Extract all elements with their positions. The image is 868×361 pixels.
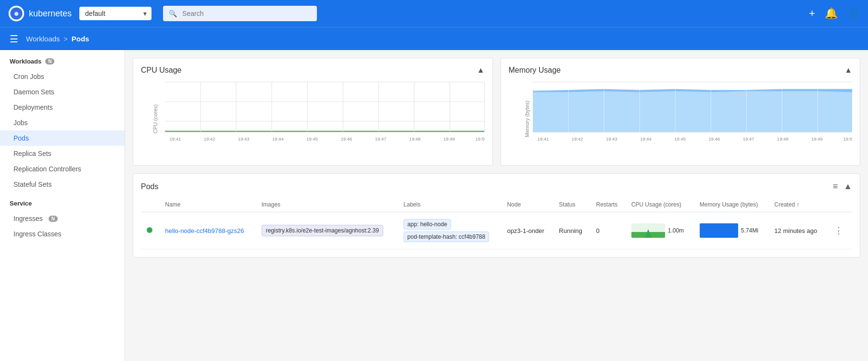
charts-row: CPU Usage ▲ CPU (cores) 0.01 bbox=[133, 58, 860, 166]
pod-node-cell: opz3-1-onder bbox=[501, 212, 553, 249]
svg-text:19:45: 19:45 bbox=[674, 136, 686, 142]
pods-title: Pods bbox=[141, 182, 833, 191]
svg-text:19:43: 19:43 bbox=[605, 136, 617, 142]
sidebar-item-ingresses[interactable]: Ingresses N bbox=[0, 211, 125, 226]
pod-labels-cell: app: hello-node pod-template-hash: ccf4b… bbox=[398, 212, 501, 249]
status-dot bbox=[147, 227, 152, 233]
col-header-status-text: Status bbox=[553, 197, 590, 212]
svg-text:19:50: 19:50 bbox=[843, 136, 852, 142]
pod-more-button[interactable]: ⋮ bbox=[832, 223, 845, 238]
memory-y-label: Memory (bytes) bbox=[524, 101, 530, 137]
pod-status-cell: Running bbox=[553, 212, 590, 249]
namespace-selector[interactable]: default bbox=[79, 7, 151, 20]
pods-header-actions: ≡ ▲ bbox=[833, 181, 852, 192]
search-input[interactable] bbox=[163, 6, 317, 21]
cpu-chart-svg: 0.01 0.005 0 19:41 19:42 19:43 19:44 19:… bbox=[165, 80, 485, 143]
search-icon: 🔍 bbox=[169, 10, 177, 17]
memory-chart-header: Memory Usage ▲ bbox=[509, 66, 853, 75]
pods-collapse-button[interactable]: ▲ bbox=[843, 181, 852, 192]
app-logo: ☸ kubernetes bbox=[8, 5, 72, 22]
memory-value: 5.74Mi bbox=[741, 227, 758, 234]
pod-label-app: app: hello-node bbox=[403, 219, 451, 230]
sidebar-item-deployments[interactable]: Deployments bbox=[0, 100, 125, 115]
svg-text:19:47: 19:47 bbox=[742, 136, 754, 142]
svg-text:19:44: 19:44 bbox=[640, 136, 652, 142]
pods-table-body: hello-node-ccf4b9788-gzs26 registry.k8s.… bbox=[141, 212, 852, 249]
cpu-chart-collapse-button[interactable]: ▲ bbox=[477, 66, 485, 75]
breadcrumb-separator: > bbox=[64, 35, 68, 43]
col-header-restarts: Restarts bbox=[591, 197, 626, 212]
svg-text:19:45: 19:45 bbox=[306, 136, 318, 142]
add-button[interactable]: + bbox=[809, 7, 815, 20]
pod-image-chip: registry.k8s.io/e2e-test-images/agnhost:… bbox=[262, 225, 383, 236]
col-header-cpu: CPU Usage (cores) bbox=[626, 197, 694, 212]
svg-text:19:46: 19:46 bbox=[340, 136, 352, 142]
pods-card: Pods ≡ ▲ Name Images Labels Node Status … bbox=[133, 173, 860, 258]
namespace-select[interactable]: default bbox=[79, 7, 151, 20]
sidebar-item-jobs[interactable]: Jobs bbox=[0, 115, 125, 130]
cpu-chart-inner: 0.01 0.005 0 19:41 19:42 19:43 19:44 19:… bbox=[165, 80, 485, 157]
hamburger-icon[interactable]: ☰ bbox=[10, 33, 18, 45]
k8s-logo-icon: ☸ bbox=[8, 5, 25, 22]
memory-chart-inner: 5 Mi 0 Mi bbox=[533, 80, 853, 157]
svg-text:19:46: 19:46 bbox=[708, 136, 720, 142]
table-row: hello-node-ccf4b9788-gzs26 registry.k8s.… bbox=[141, 212, 852, 249]
search-wrapper: 🔍 bbox=[163, 6, 317, 21]
svg-text:19:42: 19:42 bbox=[204, 136, 215, 142]
svg-text:19:48: 19:48 bbox=[777, 136, 788, 142]
memory-chart-title: Memory Usage bbox=[509, 66, 561, 75]
sidebar-item-pods[interactable]: Pods bbox=[0, 130, 125, 146]
memory-chart-card: Memory Usage ▲ Memory (bytes) 5 Mi 0 Mi bbox=[501, 58, 861, 166]
col-header-labels: Labels bbox=[398, 197, 501, 212]
sidebar-item-ingress-classes[interactable]: Ingress Classes bbox=[0, 226, 125, 242]
breadcrumb-parent[interactable]: Workloads bbox=[26, 35, 60, 43]
nav-actions: + 🔔 👤 bbox=[809, 7, 860, 20]
memory-chart-collapse-button[interactable]: ▲ bbox=[844, 66, 852, 75]
col-header-memory: Memory Usage (bytes) bbox=[694, 197, 769, 212]
sidebar-item-daemon-sets[interactable]: Daemon Sets bbox=[0, 84, 125, 100]
sidebar-item-replica-sets[interactable]: Replica Sets bbox=[0, 146, 125, 161]
filter-button[interactable]: ≡ bbox=[833, 181, 838, 192]
cpu-chart-title: CPU Usage bbox=[141, 66, 181, 75]
pod-status-indicator bbox=[141, 212, 159, 249]
col-header-status bbox=[141, 197, 159, 212]
sidebar: Workloads N Cron Jobs Daemon Sets Deploy… bbox=[0, 50, 125, 361]
svg-text:19:50: 19:50 bbox=[476, 136, 485, 142]
svg-marker-31 bbox=[533, 89, 853, 132]
cpu-y-label: CPU (cores) bbox=[152, 104, 158, 134]
sidebar-section-workloads: Workloads N bbox=[0, 50, 125, 69]
sidebar-item-cron-jobs[interactable]: Cron Jobs bbox=[0, 69, 125, 84]
svg-text:19:41: 19:41 bbox=[169, 136, 181, 142]
pods-table: Name Images Labels Node Status Restarts … bbox=[141, 197, 852, 249]
col-header-created: Created ↑ bbox=[768, 197, 826, 212]
pod-created-cell: 12 minutes ago bbox=[768, 212, 826, 249]
svg-text:19:49: 19:49 bbox=[443, 136, 455, 142]
breadcrumb-current: Pods bbox=[72, 35, 89, 43]
svg-text:☸: ☸ bbox=[14, 11, 19, 17]
user-menu-button[interactable]: 👤 bbox=[847, 7, 860, 20]
pod-memory-cell: 5.74Mi bbox=[694, 212, 769, 249]
sidebar-item-stateful-sets[interactable]: Stateful Sets bbox=[0, 177, 125, 192]
memory-chart-area: Memory (bytes) 5 Mi 0 Mi bbox=[509, 80, 853, 157]
col-header-images: Images bbox=[256, 197, 398, 212]
pod-name-cell: hello-node-ccf4b9788-gzs26 bbox=[159, 212, 255, 249]
pods-table-header: Name Images Labels Node Status Restarts … bbox=[141, 197, 852, 212]
notifications-button[interactable]: 🔔 bbox=[825, 7, 838, 20]
content-area: CPU Usage ▲ CPU (cores) 0.01 bbox=[125, 50, 868, 361]
pod-name-link[interactable]: hello-node-ccf4b9788-gzs26 bbox=[165, 227, 244, 234]
svg-text:19:47: 19:47 bbox=[375, 136, 387, 142]
cpu-chart-header: CPU Usage ▲ bbox=[141, 66, 485, 75]
svg-text:19:49: 19:49 bbox=[811, 136, 823, 142]
cpu-chart-area: CPU (cores) 0.01 0.005 0 bbox=[141, 80, 485, 157]
breadcrumb-bar: ☰ Workloads > Pods bbox=[0, 27, 868, 50]
pod-restarts-cell: 0 bbox=[591, 212, 626, 249]
cpu-chart-card: CPU Usage ▲ CPU (cores) 0.01 bbox=[133, 58, 493, 166]
sidebar-section-service: Service bbox=[0, 192, 125, 211]
svg-text:19:48: 19:48 bbox=[409, 136, 421, 142]
svg-text:19:43: 19:43 bbox=[238, 136, 250, 142]
sidebar-item-replication-controllers[interactable]: Replication Controllers bbox=[0, 161, 125, 177]
svg-text:19:42: 19:42 bbox=[571, 136, 583, 142]
cpu-value: 1.00m bbox=[668, 227, 684, 234]
svg-text:19:41: 19:41 bbox=[537, 136, 549, 142]
pod-more-actions-cell: ⋮ bbox=[827, 212, 852, 249]
